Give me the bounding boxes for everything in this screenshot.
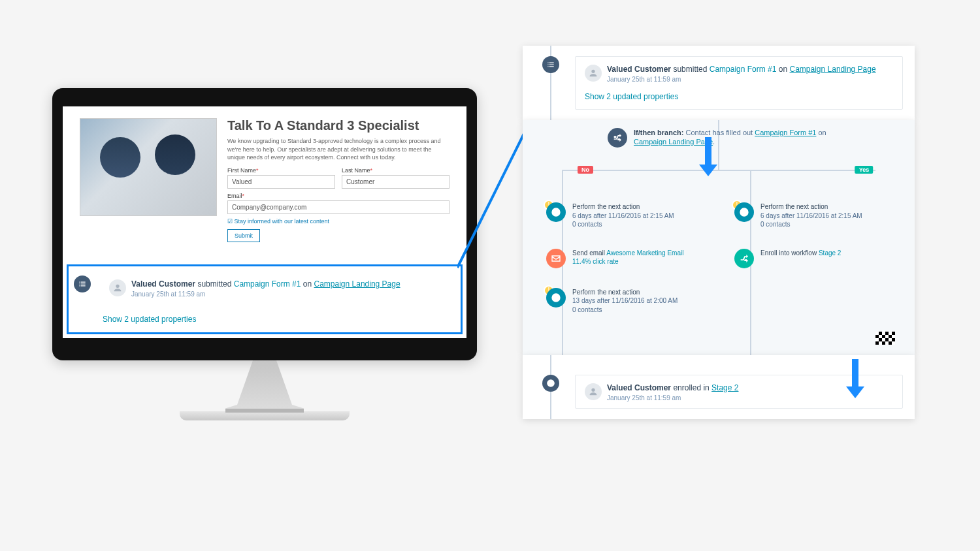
last-name-label: Last Name*: [342, 167, 449, 174]
show-properties-toggle[interactable]: Show 2 updated properties: [585, 83, 893, 102]
workflow-step[interactable]: Enroll into workflow Stage 2: [734, 249, 891, 268]
no-badge: No: [578, 166, 593, 174]
landing-desc: We know upgrading to Standard 3-approved…: [227, 137, 449, 162]
svg-rect-2: [705, 137, 711, 165]
monitor-screen: Talk To A Standard 3 Specialist We know …: [63, 106, 466, 338]
landing-copy: Talk To A Standard 3 Specialist We know …: [227, 118, 449, 242]
activity-time: January 25th at 11:59 am: [607, 394, 738, 401]
monitor-bezel: Talk To A Standard 3 Specialist We know …: [52, 88, 477, 360]
monitor-stand: [225, 360, 304, 413]
workflow-step[interactable]: ! Perform the next action6 days after 11…: [546, 202, 703, 229]
first-name-field[interactable]: [227, 175, 335, 189]
activity-card: Valued Customer submitted Campaign Form …: [103, 274, 453, 303]
finish-flag-icon: [875, 332, 895, 345]
list-icon: [74, 276, 91, 292]
down-arrow-icon: [699, 137, 717, 176]
landing-title: Talk To A Standard 3 Specialist: [227, 118, 449, 133]
mail-icon: [546, 249, 566, 268]
svg-rect-4: [852, 359, 858, 386]
svg-marker-3: [699, 165, 717, 176]
workflow-step[interactable]: ! Perform the next action13 days after 1…: [546, 288, 703, 315]
workflow-step[interactable]: ! Perform the next action6 days after 11…: [734, 202, 891, 229]
activity-highlight: Valued Customer submitted Campaign Form …: [67, 264, 463, 334]
activity-text: Valued Customer submitted Campaign Form …: [607, 65, 876, 74]
submit-button[interactable]: Submit: [227, 229, 260, 242]
workflow-step[interactable]: Send email Awesome Marketing Email11.4% …: [546, 249, 703, 268]
avatar: [585, 65, 602, 82]
activity-time: January 25th at 11:59 am: [607, 76, 876, 83]
first-name-label: First Name*: [227, 167, 335, 174]
activity-panel-top: Valued Customer submitted Campaign Form …: [523, 46, 915, 120]
workflow-diagram: If/then branch: Contact has filled out C…: [523, 120, 915, 355]
activity-text: Valued Customer enrolled in Stage 2: [607, 383, 738, 392]
landing-page-link[interactable]: Campaign Landing Page: [790, 65, 876, 74]
email-label: Email*: [227, 193, 449, 199]
clock-icon: [542, 375, 559, 392]
branch-condition-text: If/then branch: Contact has filled out C…: [634, 128, 830, 147]
stage-link[interactable]: Stage 2: [711, 383, 738, 392]
list-icon: [542, 56, 559, 73]
landing-page: Talk To A Standard 3 Specialist We know …: [63, 106, 466, 242]
clock-icon: [734, 202, 754, 222]
avatar: [585, 383, 602, 400]
email-field[interactable]: [227, 200, 449, 214]
branch-yes-column: Yes ! Perform the next action6 days afte…: [734, 170, 891, 268]
avatar: [109, 279, 126, 296]
monitor-base: [180, 411, 350, 420]
yes-badge: Yes: [855, 166, 874, 174]
svg-marker-5: [846, 386, 864, 398]
last-name-field[interactable]: [342, 175, 449, 189]
down-arrow-icon: [846, 359, 864, 398]
shuffle-icon: [608, 128, 627, 148]
branch-no-column: No ! Perform the next action6 days after…: [546, 170, 703, 314]
stay-informed-checkbox[interactable]: ☑ Stay informed with our latest content: [227, 218, 449, 225]
show-properties-toggle[interactable]: Show 2 updated properties: [103, 315, 196, 324]
workflow-branch-node[interactable]: If/then branch: Contact has filled out C…: [608, 128, 830, 148]
monitor: Talk To A Standard 3 Specialist We know …: [52, 88, 477, 420]
hero-image: [80, 118, 217, 216]
activity-time: January 25th at 11:59 am: [131, 291, 400, 298]
clock-icon: [546, 202, 566, 222]
activity-card: Valued Customer submitted Campaign Form …: [575, 56, 903, 110]
clock-icon: [546, 288, 566, 307]
activity-text: Valued Customer submitted Campaign Form …: [131, 279, 400, 289]
shuffle-icon: [734, 249, 754, 268]
landing-page-link[interactable]: Campaign Landing Page: [314, 279, 400, 289]
